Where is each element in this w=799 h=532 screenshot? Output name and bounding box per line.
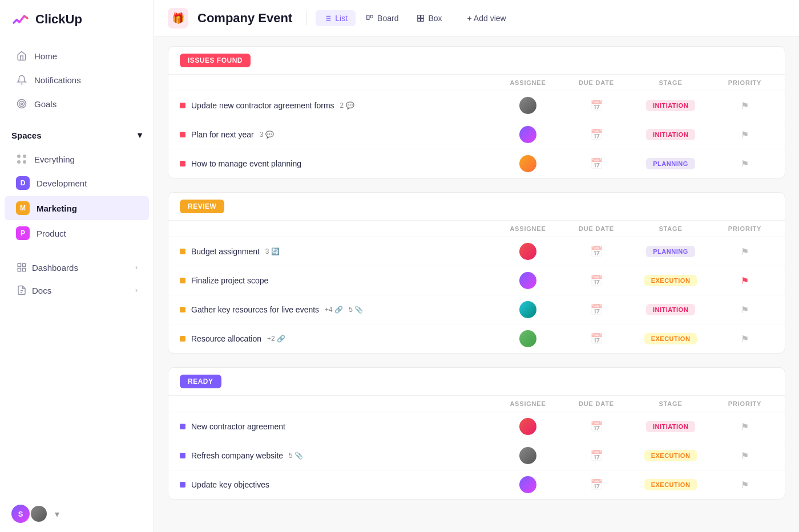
review-header: REVIEW bbox=[168, 193, 785, 221]
box-view-label: Box bbox=[428, 14, 442, 23]
goals-label: Goals bbox=[34, 99, 57, 109]
assignee-cell bbox=[488, 476, 568, 493]
flag-icon: ⚑ bbox=[741, 421, 749, 432]
task-status-dot bbox=[180, 336, 185, 342]
assignee-cell bbox=[488, 126, 568, 143]
priority-cell: ⚑ bbox=[716, 334, 773, 344]
priority-cell: ⚑ bbox=[716, 304, 773, 315]
spaces-header[interactable]: Spaces ▾ bbox=[11, 130, 142, 140]
topbar-divider bbox=[306, 11, 306, 25]
stage-badge: INITIATION bbox=[646, 421, 695, 432]
ready-section: READY ASSIGNEE DUE DATE STAGE PRIORITY N… bbox=[168, 367, 785, 499]
svg-point-1 bbox=[19, 101, 25, 107]
task-name-cell: Finalize project scope bbox=[180, 276, 488, 285]
task-name: How to manage event planning bbox=[191, 159, 301, 168]
user-avatar-2 bbox=[30, 505, 48, 523]
table-row[interactable]: Gather key resources for live events +4 … bbox=[168, 295, 785, 324]
sidebar-item-development[interactable]: D Development bbox=[5, 171, 149, 195]
sidebar-footer[interactable]: S ▾ bbox=[0, 496, 154, 532]
task-name-cell: Gather key resources for live events +4 … bbox=[180, 305, 488, 314]
product-label: Product bbox=[37, 229, 66, 238]
add-view-button[interactable]: + Add view bbox=[459, 10, 514, 26]
calendar-icon: 📅 bbox=[590, 274, 603, 287]
task-name: Update new contractor agreement forms bbox=[191, 101, 334, 110]
sidebar-item-docs[interactable]: Docs › bbox=[5, 279, 149, 301]
priority-cell: ⚑ bbox=[716, 100, 773, 111]
stage-cell: EXECUTION bbox=[625, 450, 716, 461]
sidebar-item-goals[interactable]: Goals bbox=[5, 92, 149, 115]
avatar bbox=[519, 126, 536, 143]
issues-found-section: ISSUES FOUND ASSIGNEE DUE DATE STAGE PRI… bbox=[168, 46, 785, 178]
task-status-dot bbox=[180, 161, 185, 166]
table-row[interactable]: How to manage event planning 📅 PLANNING … bbox=[168, 149, 785, 178]
assignee-col-header: ASSIGNEE bbox=[488, 79, 568, 86]
content-area: ISSUES FOUND ASSIGNEE DUE DATE STAGE PRI… bbox=[154, 37, 799, 532]
task-comment-count: 2 💬 bbox=[340, 101, 354, 109]
stage-col-header: STAGE bbox=[625, 79, 716, 86]
due-date-col-header: DUE DATE bbox=[568, 79, 625, 86]
marketing-label: Marketing bbox=[37, 204, 77, 213]
spaces-section: Spaces ▾ bbox=[0, 121, 154, 145]
stage-badge: INITIATION bbox=[646, 100, 695, 111]
board-view-button[interactable]: Board bbox=[358, 10, 406, 26]
table-row[interactable]: Resource allocation +2 🔗 📅 EXECUTION ⚑ bbox=[168, 324, 785, 353]
page-title: Company Event bbox=[197, 11, 292, 26]
avatar bbox=[519, 243, 536, 260]
priority-cell: ⚑ bbox=[716, 480, 773, 490]
due-date-cell: 📅 bbox=[568, 128, 625, 141]
calendar-icon: 📅 bbox=[590, 128, 603, 141]
table-row[interactable]: Refresh company website 5 📎 📅 EXECUTION … bbox=[168, 441, 785, 470]
svg-rect-18 bbox=[421, 15, 424, 18]
svg-point-2 bbox=[21, 103, 23, 105]
flag-icon-red: ⚑ bbox=[741, 275, 749, 286]
svg-rect-19 bbox=[418, 19, 421, 22]
task-status-dot bbox=[180, 453, 185, 458]
flag-icon: ⚑ bbox=[741, 334, 749, 344]
marketing-badge: M bbox=[16, 201, 30, 215]
sidebar-item-everything[interactable]: Everything bbox=[5, 148, 149, 170]
svg-rect-16 bbox=[370, 15, 373, 18]
svg-rect-3 bbox=[18, 263, 21, 266]
priority-cell: ⚑ bbox=[716, 129, 773, 140]
assignee-cell bbox=[488, 272, 568, 289]
avatar bbox=[519, 418, 536, 435]
priority-cell: ⚑ bbox=[716, 159, 773, 169]
task-name-cell: Budget assignment 3 🔄 bbox=[180, 247, 488, 256]
table-row[interactable]: Update key objectives 📅 EXECUTION ⚑ bbox=[168, 470, 785, 499]
stage-badge: INITIATION bbox=[646, 129, 695, 140]
box-view-button[interactable]: Box bbox=[409, 10, 450, 26]
development-label: Development bbox=[37, 178, 87, 188]
due-date-cell: 📅 bbox=[568, 99, 625, 112]
avatar bbox=[519, 301, 536, 318]
sidebar-item-dashboards[interactable]: Dashboards › bbox=[5, 257, 149, 278]
sidebar-item-marketing[interactable]: M Marketing bbox=[5, 196, 149, 220]
dashboards-label: Dashboards bbox=[32, 263, 78, 273]
sidebar-item-notifications[interactable]: Notifications bbox=[5, 68, 149, 91]
table-row[interactable]: Update new contractor agreement forms 2 … bbox=[168, 91, 785, 120]
table-row[interactable]: New contractor agreement 📅 INITIATION ⚑ bbox=[168, 412, 785, 441]
flag-icon: ⚑ bbox=[741, 100, 749, 111]
list-view-button[interactable]: List bbox=[316, 10, 356, 26]
sidebar-item-product[interactable]: P Product bbox=[5, 221, 149, 245]
task-col-header bbox=[180, 79, 488, 86]
due-date-cell: 📅 bbox=[568, 449, 625, 462]
avatar bbox=[519, 97, 536, 114]
table-row[interactable]: Plan for next year 3 💬 📅 INITIATION ⚑ bbox=[168, 120, 785, 149]
task-name: Resource allocation bbox=[191, 334, 261, 343]
due-date-cell: 📅 bbox=[568, 274, 625, 287]
notifications-label: Notifications bbox=[34, 75, 81, 85]
avatar bbox=[519, 155, 536, 172]
due-date-col-header: DUE DATE bbox=[568, 225, 625, 232]
table-row[interactable]: Budget assignment 3 🔄 📅 PLANNING ⚑ bbox=[168, 237, 785, 266]
table-row[interactable]: Finalize project scope 📅 EXECUTION ⚑ bbox=[168, 266, 785, 295]
task-attachment-count: 5 📎 bbox=[289, 452, 303, 460]
sidebar-item-home[interactable]: Home bbox=[5, 44, 149, 67]
calendar-icon: 📅 bbox=[590, 420, 603, 433]
assignee-cell bbox=[488, 243, 568, 260]
development-badge: D bbox=[16, 176, 30, 190]
calendar-icon: 📅 bbox=[590, 245, 603, 258]
ready-badge: READY bbox=[180, 375, 221, 388]
task-status-dot bbox=[180, 103, 185, 108]
product-badge: P bbox=[16, 226, 30, 240]
calendar-icon: 📅 bbox=[590, 99, 603, 112]
